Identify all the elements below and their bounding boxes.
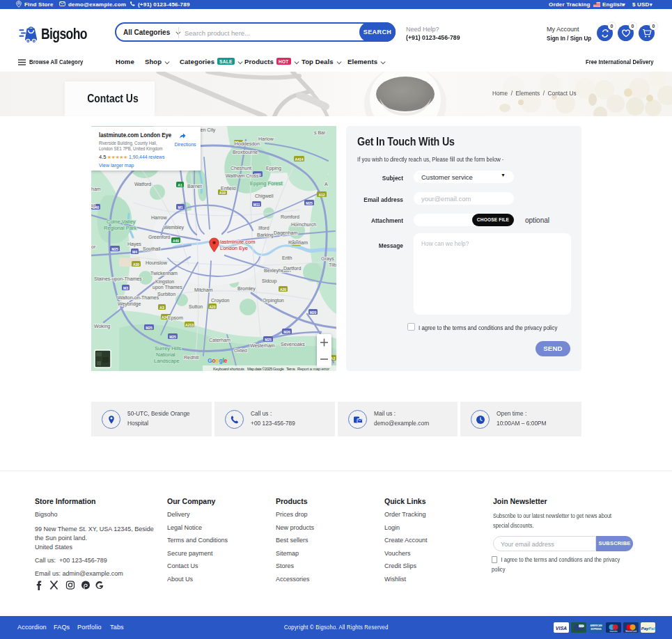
svg-text:s Bar: s Bar <box>314 130 326 135</box>
svg-text:Landscape: Landscape <box>154 358 180 364</box>
svg-text:M25: M25 <box>169 335 176 339</box>
svg-text:Westerham: Westerham <box>250 343 275 348</box>
svg-text:M11: M11 <box>253 203 260 207</box>
svg-text:Croydon: Croydon <box>211 298 230 303</box>
svg-text:Barking: Barking <box>257 232 274 238</box>
svg-text:★★★★★: ★★★★★ <box>107 155 127 159</box>
svg-text:AMERICAN: AMERICAN <box>590 624 602 627</box>
svg-text:Hoddesdon: Hoddesdon <box>235 141 260 146</box>
svg-text:Chigwell: Chigwell <box>255 194 274 199</box>
svg-text:M25: M25 <box>306 201 313 205</box>
svg-text:ham: ham <box>91 187 101 191</box>
svg-text:Sidcup: Sidcup <box>262 278 277 284</box>
svg-text:lastminute.com London Eye: lastminute.com London Eye <box>99 132 172 139</box>
svg-text:Kingston: Kingston <box>155 279 174 285</box>
svg-text:Oxted: Oxted <box>234 348 247 353</box>
svg-text:A23: A23 <box>209 305 215 309</box>
svg-text:Keyboard shortcuts: Keyboard shortcuts <box>213 367 244 371</box>
svg-text:Caterham: Caterham <box>209 338 230 342</box>
svg-text:Tilbury: Tilbury <box>329 262 336 268</box>
svg-text:A3: A3 <box>159 306 164 310</box>
svg-text:Watford: Watford <box>134 182 151 187</box>
svg-text:Surbiton: Surbiton <box>157 292 175 297</box>
svg-text:VISA: VISA <box>556 625 567 630</box>
svg-text:M1: M1 <box>178 205 183 210</box>
svg-text:Regional Park: Regional Park <box>104 225 136 231</box>
svg-text:A213: A213 <box>185 323 194 327</box>
svg-text:Weybridge: Weybridge <box>118 301 141 307</box>
svg-text:Directions: Directions <box>175 142 197 147</box>
svg-text:M25: M25 <box>265 338 272 342</box>
svg-text:View larger map: View larger map <box>99 163 134 168</box>
svg-text:Hornchurch: Hornchurch <box>291 222 316 227</box>
svg-text:Romford: Romford <box>281 214 299 219</box>
svg-text:Sevenoaks: Sevenoaks <box>281 342 305 347</box>
svg-text:Wembley: Wembley <box>164 225 185 230</box>
svg-text:Enfield: Enfield <box>221 186 236 191</box>
svg-text:M20: M20 <box>310 310 317 315</box>
svg-text:London SE1 7PB, United Kingdom: London SE1 7PB, United Kingdom <box>99 146 163 151</box>
svg-text:Report a map error: Report a map error <box>297 367 329 371</box>
svg-text:PayPal: PayPal <box>641 626 655 630</box>
svg-text:Terms: Terms <box>286 367 295 371</box>
svg-text:Twickenham: Twickenham <box>150 271 178 276</box>
svg-text:M25: M25 <box>146 326 153 330</box>
svg-text:M3: M3 <box>123 286 128 290</box>
svg-text:1,90,444 reviews: 1,90,444 reviews <box>129 155 165 159</box>
svg-text:Broxbourne: Broxbourne <box>233 150 258 155</box>
svg-text:A20: A20 <box>280 287 286 292</box>
svg-text:A30: A30 <box>133 262 139 267</box>
svg-text:M4: M4 <box>132 250 137 254</box>
svg-text:Hounslow: Hounslow <box>146 260 168 265</box>
svg-text:Bromley: Bromley <box>237 286 256 292</box>
svg-text:Barnet: Barnet <box>187 184 202 189</box>
svg-text:Greenford: Greenford <box>148 235 171 239</box>
svg-text:Colne Valley: Colne Valley <box>107 219 136 225</box>
svg-text:MasterCard: MasterCard <box>625 629 636 632</box>
svg-text:Woking: Woking <box>94 324 110 329</box>
svg-text:Dartford: Dartford <box>283 266 301 271</box>
svg-text:Hayes: Hayes <box>127 242 141 247</box>
svg-text:Mitcham: Mitcham <box>194 287 213 292</box>
svg-text:Walton-on-Thames: Walton-on-Thames <box>118 295 159 300</box>
svg-text:Ilford: Ilford <box>258 226 269 230</box>
svg-text:maestro: maestro <box>610 629 618 632</box>
svg-text:or: or <box>91 244 96 249</box>
svg-text:A40: A40 <box>173 239 179 243</box>
svg-text:A10: A10 <box>219 191 226 195</box>
svg-text:Dagenham: Dagenham <box>274 230 297 236</box>
svg-text:EXPRESS: EXPRESS <box>591 627 601 630</box>
svg-text:Erith: Erith <box>282 255 292 260</box>
svg-text:Epsom: Epsom <box>168 315 183 321</box>
svg-text:A12: A12 <box>318 193 325 197</box>
svg-text:upon Thames: upon Thames <box>153 285 182 290</box>
svg-text:Map data ©2025 Google: Map data ©2025 Google <box>247 367 284 371</box>
svg-text:Google: Google <box>208 357 228 364</box>
svg-text:Waltham Cross: Waltham Cross <box>226 173 259 178</box>
svg-text:A1: A1 <box>178 183 182 187</box>
svg-text:Harrow: Harrow <box>151 215 168 220</box>
svg-text:A: A <box>325 182 328 187</box>
svg-text:Grays: Grays <box>321 256 334 262</box>
svg-text:A414: A414 <box>295 157 304 161</box>
svg-text:Rainham: Rainham <box>288 240 308 245</box>
svg-text:Riverside Building, County Hal: Riverside Building, County Hall, <box>99 141 157 145</box>
svg-text:Southall: Southall <box>143 246 161 251</box>
svg-text:M26: M26 <box>283 330 290 334</box>
svg-text:Cheshunt: Cheshunt <box>230 166 251 171</box>
svg-text:4.5: 4.5 <box>99 154 106 160</box>
svg-text:Orpington: Orpington <box>263 298 284 303</box>
svg-text:Harlow: Harlow <box>258 136 274 141</box>
svg-text:Epping: Epping <box>266 166 281 171</box>
svg-text:Surrey Hills: Surrey Hills <box>155 345 182 352</box>
svg-text:National: National <box>156 352 175 358</box>
svg-text:London Eye: London Eye <box>220 245 248 251</box>
svg-text:Sutton: Sutton <box>189 304 203 309</box>
svg-text:Redhill: Redhill <box>184 355 199 360</box>
svg-text:M25: M25 <box>111 247 118 251</box>
svg-text:Epping Forest: Epping Forest <box>250 180 283 187</box>
svg-text:Staines-upon-Thames: Staines-upon-Thames <box>94 276 142 282</box>
svg-text:ld: ld <box>91 203 95 208</box>
